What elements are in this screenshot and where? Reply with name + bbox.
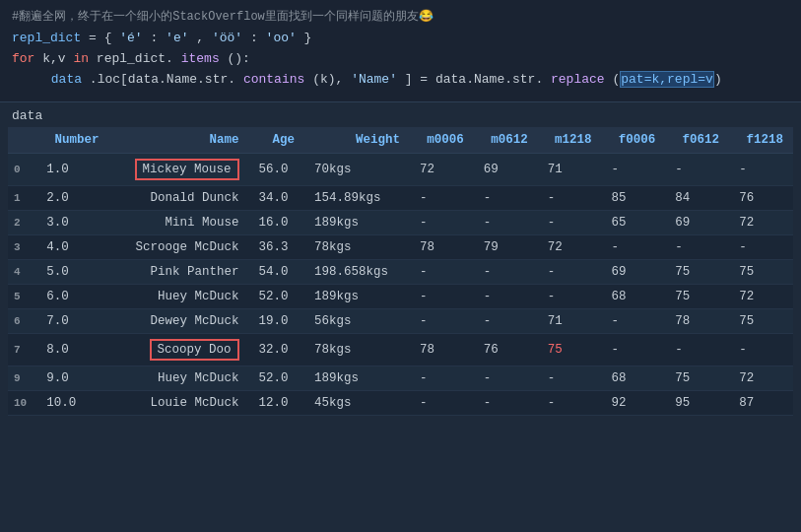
comment-line: #翻遍全网，终于在一个细小的StackOverflow里面找到一个同样问题的朋友…: [12, 8, 789, 25]
table-row: 23.0Mini Mouse16.0189kgs---656972: [8, 211, 793, 235]
col-header-f0006: f0006: [601, 127, 665, 154]
data-table: Number Name Age Weight m0006 m0612 m1218…: [8, 127, 793, 416]
table-container: Number Name Age Weight m0006 m0612 m1218…: [0, 127, 801, 424]
col-header-number: Number: [36, 127, 108, 154]
col-header-m1218: m1218: [538, 127, 602, 154]
table-row: 01.0Mickey Mouse56.070kgs726971---: [8, 154, 793, 186]
code-line-2: for k,v in repl_dict. items ():: [12, 49, 789, 70]
code-line-3: data .loc[data.Name.str. contains (k), '…: [12, 70, 789, 91]
code-line-1: repl_dict = { 'é' : 'e' , 'öö' : 'oo' }: [12, 29, 789, 49]
col-header-m0612: m0612: [474, 127, 538, 154]
code-block: #翻遍全网，终于在一个细小的StackOverflow里面找到一个同样问题的朋友…: [0, 0, 801, 102]
table-row: 1010.0Louie McDuck12.045kgs---929587: [8, 391, 793, 416]
table-row: 67.0Dewey McDuck19.056kgs--71-7875: [8, 309, 793, 334]
col-header-weight: Weight: [304, 127, 410, 154]
table-header-row: Number Name Age Weight m0006 m0612 m1218…: [8, 127, 793, 154]
col-header-name: Name: [108, 127, 248, 154]
table-row: 45.0Pink Panther54.0198.658kgs---697575: [8, 260, 793, 285]
data-label: data: [0, 102, 801, 127]
highlighted-cell: Scoopy Doo: [150, 339, 239, 361]
table-row: 99.0Huey McDuck52.0189kgs---687572: [8, 366, 793, 391]
col-header-age: Age: [249, 127, 304, 154]
table-row: 34.0Scrooge McDuck36.378kgs787972---: [8, 235, 793, 260]
table-row: 56.0Huey McDuck52.0189kgs---687572: [8, 285, 793, 309]
col-header-m0006: m0006: [410, 127, 474, 154]
col-header-index: [8, 127, 36, 154]
table-row: 78.0Scoopy Doo32.078kgs787675---: [8, 334, 793, 366]
highlighted-cell: Mickey Mouse: [135, 159, 239, 180]
table-row: 12.0Donald Dunck34.0154.89kgs---858476: [8, 186, 793, 211]
col-header-f1218: f1218: [729, 127, 793, 154]
col-header-f0612: f0612: [665, 127, 729, 154]
